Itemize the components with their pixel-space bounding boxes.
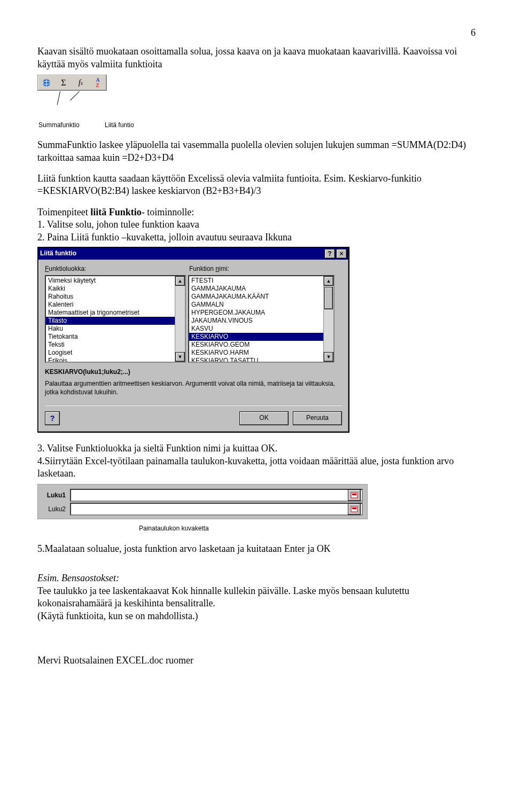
luku1-label: Luku1 [42,491,66,500]
collapse-dialog-icon[interactable] [348,489,361,501]
list-item[interactable]: Kalenteri [46,301,175,309]
luku2-label: Luku2 [42,505,66,514]
function-syntax: KESKIARVO(luku1;luku2;...) [45,368,342,377]
paste-function-icon: fx [73,76,89,90]
list-item[interactable]: Tietokanta [46,333,175,341]
function-listbox[interactable]: FTESTIGAMMAJAKAUMAGAMMAJAKAUMA.KÄÄNTGAMM… [188,275,335,363]
example-title: Esim. Bensaostokset: [37,572,476,584]
function-description: Palauttaa argumenttien aritmeettisen kes… [45,380,342,396]
svg-rect-4 [352,494,356,495]
list-item[interactable]: Rahoitus [46,293,175,301]
example-note: (Käytä funktioita, kun se on mahdollista… [37,610,476,622]
help-icon[interactable]: ? [324,249,335,259]
list-item[interactable]: KESKIARVO.HARM [189,349,323,357]
list-item[interactable]: KESKIARVO.TASATTU [189,357,323,362]
list-item[interactable]: Teksti [46,341,175,349]
dialog-title: Liitä funktio [40,249,76,258]
list-item[interactable]: FTESTI [189,277,323,285]
footer: Mervi Ruotsalainen EXCEL.doc ruomer [37,654,476,667]
list-item[interactable]: Matemaattiset ja trigonometriset [46,309,175,317]
label-category: Funktioluokka: [45,265,189,274]
list-item[interactable]: Tilasto [46,317,175,325]
list-item[interactable]: Kaikki [46,285,175,293]
page-number: 6 [37,27,476,39]
list-item[interactable]: JAKAUMAN.VINOUS [189,317,323,325]
luku-caption: Painataulukon kuvaketta [139,525,476,533]
collapse-dialog-icon[interactable] [348,503,361,515]
scroll-down-icon[interactable]: ▼ [175,352,185,362]
ok-button[interactable]: OK [239,411,289,425]
help-button[interactable]: ? [45,411,60,425]
sum-icon: Σ [56,76,72,90]
step-5: 5.Maalataan solualue, josta funktion arv… [37,543,476,555]
list-item[interactable]: Erikois [46,357,175,362]
list-item[interactable]: GAMMALN [189,301,323,309]
toolbar-globe-icon [38,76,55,90]
step-3: 3. Valitse Funktioluokka ja sieltä Funkt… [37,442,476,455]
toolbar-label-summa: Summafunktio [38,121,97,130]
list-item[interactable]: Loogiset [46,349,175,357]
steps-title: Toimenpiteet liitä Funktio- toiminnolle: [37,206,476,218]
list-item[interactable]: GAMMAJAKAUMA [189,285,323,293]
step-4: 4.Siirrytään Excel-työtilaan painamalla … [37,455,476,480]
scroll-up-icon[interactable]: ▲ [324,276,333,286]
list-item[interactable]: Viimeksi käytetyt [46,277,175,285]
scroll-up-icon[interactable]: ▲ [175,276,185,286]
luku2-input[interactable] [70,503,363,516]
dialog-titlebar[interactable]: Liitä funktio ? × [38,248,348,260]
list-item[interactable]: KESKIARVO [189,333,323,341]
label-function-name: Funktion nimi: [189,265,229,274]
list-item[interactable]: Haku [46,325,175,333]
arguments-panel: Luku1 Luku2 [37,484,368,519]
step-1: 1. Valitse solu, johon tulee funktion ka… [37,218,476,231]
summa-description: SummaFunktio laskee yläpuolella tai vase… [37,139,476,164]
para-intro: Kaavan sisältö muokataan osoittamalla so… [37,45,476,71]
cancel-button[interactable]: Peruuta [293,411,342,425]
sort-asc-icon: AZ [90,76,106,90]
list-item[interactable]: HYPERGEOM.JAKAUMA [189,309,323,317]
scroll-down-icon[interactable]: ▼ [324,352,333,362]
luku1-input[interactable] [70,489,363,502]
category-listbox[interactable]: Viimeksi käytetytKaikkiRahoitusKalenteri… [45,275,186,363]
toolbar-image: Σ fx AZ Summafunktio Liitä funtio [37,75,476,129]
liita-description: Liitä funktion kautta saadaan käyttöön E… [37,173,476,198]
example-body: Tee taulukko ja tee laskentakaavat Kok h… [37,585,476,610]
svg-rect-6 [352,508,356,509]
step-2: 2. Paina Liitä funktio –kuvaketta, jollo… [37,231,476,244]
list-item[interactable]: KASVU [189,325,323,333]
scrollbar[interactable]: ▲ ▼ [323,276,333,362]
toolbar-label-liita: Liitä funtio [105,121,134,130]
close-icon[interactable]: × [336,249,347,259]
paste-function-dialog: Liitä funktio ? × Funktioluokka: Funktio… [37,247,349,433]
scrollbar[interactable]: ▲ ▼ [175,276,185,362]
list-item[interactable]: GAMMAJAKAUMA.KÄÄNT [189,293,323,301]
list-item[interactable]: KESKIARVO.GEOM [189,341,323,349]
